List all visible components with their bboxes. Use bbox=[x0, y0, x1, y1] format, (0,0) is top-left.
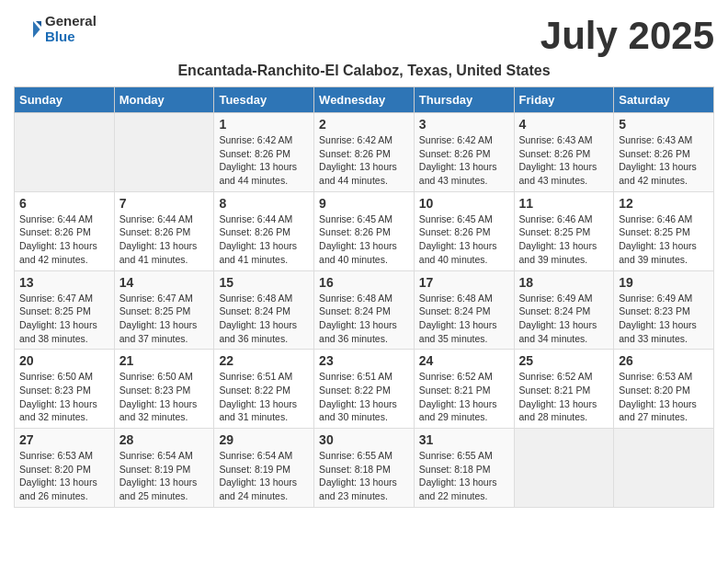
calendar-cell: 16Sunrise: 6:48 AM Sunset: 8:24 PM Dayli… bbox=[314, 270, 415, 350]
day-number: 21 bbox=[119, 353, 210, 368]
day-info: Sunrise: 6:44 AM Sunset: 8:26 PM Dayligh… bbox=[219, 213, 309, 267]
calendar-cell: 30Sunrise: 6:55 AM Sunset: 8:18 PM Dayli… bbox=[314, 429, 415, 508]
logo-icon bbox=[14, 16, 41, 43]
calendar-cell: 5Sunrise: 6:43 AM Sunset: 8:26 PM Daylig… bbox=[614, 113, 714, 192]
day-number: 20 bbox=[19, 353, 109, 368]
location-title: Encantada-Ranchito-El Calaboz, Texas, Un… bbox=[14, 63, 714, 79]
calendar-cell bbox=[514, 429, 614, 508]
day-info: Sunrise: 6:42 AM Sunset: 8:26 PM Dayligh… bbox=[419, 133, 509, 188]
day-number: 22 bbox=[219, 353, 309, 368]
day-number: 6 bbox=[19, 196, 109, 211]
calendar-cell bbox=[614, 429, 714, 508]
day-info: Sunrise: 6:50 AM Sunset: 8:23 PM Dayligh… bbox=[119, 370, 210, 424]
calendar-cell: 9Sunrise: 6:45 AM Sunset: 8:26 PM Daylig… bbox=[314, 191, 415, 270]
calendar-cell: 29Sunrise: 6:54 AM Sunset: 8:19 PM Dayli… bbox=[214, 429, 314, 508]
calendar-cell: 14Sunrise: 6:47 AM Sunset: 8:25 PM Dayli… bbox=[114, 270, 214, 350]
day-number: 4 bbox=[519, 117, 609, 132]
day-number: 19 bbox=[619, 275, 709, 290]
day-info: Sunrise: 6:51 AM Sunset: 8:22 PM Dayligh… bbox=[319, 370, 409, 424]
day-info: Sunrise: 6:43 AM Sunset: 8:26 PM Dayligh… bbox=[519, 133, 609, 188]
calendar-cell bbox=[15, 113, 115, 192]
calendar-cell: 22Sunrise: 6:51 AM Sunset: 8:22 PM Dayli… bbox=[214, 350, 314, 429]
calendar: SundayMondayTuesdayWednesdayThursdayFrid… bbox=[14, 86, 714, 508]
day-number: 31 bbox=[419, 432, 509, 447]
day-info: Sunrise: 6:45 AM Sunset: 8:26 PM Dayligh… bbox=[319, 213, 409, 267]
day-info: Sunrise: 6:52 AM Sunset: 8:21 PM Dayligh… bbox=[519, 370, 609, 424]
day-info: Sunrise: 6:52 AM Sunset: 8:21 PM Dayligh… bbox=[419, 370, 509, 424]
calendar-cell: 17Sunrise: 6:48 AM Sunset: 8:24 PM Dayli… bbox=[414, 270, 514, 350]
calendar-cell: 31Sunrise: 6:55 AM Sunset: 8:18 PM Dayli… bbox=[414, 429, 514, 508]
day-number: 17 bbox=[419, 275, 509, 290]
calendar-cell: 3Sunrise: 6:42 AM Sunset: 8:26 PM Daylig… bbox=[414, 113, 514, 192]
calendar-cell: 24Sunrise: 6:52 AM Sunset: 8:21 PM Dayli… bbox=[414, 350, 514, 429]
day-info: Sunrise: 6:43 AM Sunset: 8:26 PM Dayligh… bbox=[619, 133, 709, 188]
weekday-header-thursday: Thursday bbox=[414, 87, 514, 113]
calendar-cell: 28Sunrise: 6:54 AM Sunset: 8:19 PM Dayli… bbox=[114, 429, 214, 508]
day-number: 14 bbox=[119, 275, 210, 290]
day-number: 12 bbox=[619, 196, 709, 211]
day-info: Sunrise: 6:49 AM Sunset: 8:24 PM Dayligh… bbox=[519, 292, 609, 346]
day-number: 7 bbox=[119, 196, 210, 211]
day-number: 28 bbox=[119, 432, 210, 447]
weekday-header-tuesday: Tuesday bbox=[214, 87, 314, 113]
calendar-cell: 13Sunrise: 6:47 AM Sunset: 8:25 PM Dayli… bbox=[15, 270, 115, 350]
calendar-cell: 15Sunrise: 6:48 AM Sunset: 8:24 PM Dayli… bbox=[214, 270, 314, 350]
calendar-cell: 6Sunrise: 6:44 AM Sunset: 8:26 PM Daylig… bbox=[15, 191, 115, 270]
day-info: Sunrise: 6:46 AM Sunset: 8:25 PM Dayligh… bbox=[519, 213, 609, 267]
day-info: Sunrise: 6:44 AM Sunset: 8:26 PM Dayligh… bbox=[119, 213, 210, 267]
day-info: Sunrise: 6:46 AM Sunset: 8:25 PM Dayligh… bbox=[619, 213, 709, 267]
calendar-cell: 25Sunrise: 6:52 AM Sunset: 8:21 PM Dayli… bbox=[514, 350, 614, 429]
week-row-5: 27Sunrise: 6:53 AM Sunset: 8:20 PM Dayli… bbox=[15, 429, 714, 508]
day-info: Sunrise: 6:49 AM Sunset: 8:23 PM Dayligh… bbox=[619, 292, 709, 346]
calendar-cell: 12Sunrise: 6:46 AM Sunset: 8:25 PM Dayli… bbox=[614, 191, 714, 270]
day-info: Sunrise: 6:48 AM Sunset: 8:24 PM Dayligh… bbox=[419, 292, 509, 346]
week-row-2: 6Sunrise: 6:44 AM Sunset: 8:26 PM Daylig… bbox=[15, 191, 714, 270]
calendar-cell: 4Sunrise: 6:43 AM Sunset: 8:26 PM Daylig… bbox=[514, 113, 614, 192]
day-number: 18 bbox=[519, 275, 609, 290]
day-info: Sunrise: 6:45 AM Sunset: 8:26 PM Dayligh… bbox=[419, 213, 509, 267]
calendar-cell: 23Sunrise: 6:51 AM Sunset: 8:22 PM Dayli… bbox=[314, 350, 415, 429]
day-number: 27 bbox=[19, 432, 109, 447]
day-info: Sunrise: 6:42 AM Sunset: 8:26 PM Dayligh… bbox=[319, 133, 409, 188]
week-row-3: 13Sunrise: 6:47 AM Sunset: 8:25 PM Dayli… bbox=[15, 270, 714, 350]
week-row-1: 1Sunrise: 6:42 AM Sunset: 8:26 PM Daylig… bbox=[15, 113, 714, 192]
calendar-cell: 7Sunrise: 6:44 AM Sunset: 8:26 PM Daylig… bbox=[114, 191, 214, 270]
calendar-cell: 20Sunrise: 6:50 AM Sunset: 8:23 PM Dayli… bbox=[15, 350, 115, 429]
calendar-cell: 11Sunrise: 6:46 AM Sunset: 8:25 PM Dayli… bbox=[514, 191, 614, 270]
weekday-header-row: SundayMondayTuesdayWednesdayThursdayFrid… bbox=[15, 87, 714, 113]
weekday-header-friday: Friday bbox=[514, 87, 614, 113]
day-number: 16 bbox=[319, 275, 409, 290]
day-info: Sunrise: 6:53 AM Sunset: 8:20 PM Dayligh… bbox=[19, 449, 109, 503]
weekday-header-wednesday: Wednesday bbox=[314, 87, 415, 113]
logo-text: General Blue bbox=[45, 14, 97, 44]
calendar-cell: 1Sunrise: 6:42 AM Sunset: 8:26 PM Daylig… bbox=[214, 113, 314, 192]
day-number: 10 bbox=[419, 196, 509, 211]
calendar-cell: 21Sunrise: 6:50 AM Sunset: 8:23 PM Dayli… bbox=[114, 350, 214, 429]
week-row-4: 20Sunrise: 6:50 AM Sunset: 8:23 PM Dayli… bbox=[15, 350, 714, 429]
logo-blue: Blue bbox=[45, 29, 97, 45]
day-number: 2 bbox=[319, 117, 409, 132]
day-info: Sunrise: 6:47 AM Sunset: 8:25 PM Dayligh… bbox=[119, 292, 210, 346]
day-info: Sunrise: 6:54 AM Sunset: 8:19 PM Dayligh… bbox=[119, 449, 210, 503]
day-number: 9 bbox=[319, 196, 409, 211]
day-info: Sunrise: 6:54 AM Sunset: 8:19 PM Dayligh… bbox=[219, 449, 309, 503]
day-number: 5 bbox=[619, 117, 709, 132]
day-number: 23 bbox=[319, 353, 409, 368]
day-number: 24 bbox=[419, 353, 509, 368]
day-info: Sunrise: 6:55 AM Sunset: 8:18 PM Dayligh… bbox=[419, 449, 509, 503]
day-info: Sunrise: 6:55 AM Sunset: 8:18 PM Dayligh… bbox=[319, 449, 409, 503]
day-number: 13 bbox=[19, 275, 109, 290]
weekday-header-monday: Monday bbox=[114, 87, 214, 113]
day-number: 15 bbox=[219, 275, 309, 290]
day-info: Sunrise: 6:51 AM Sunset: 8:22 PM Dayligh… bbox=[219, 370, 309, 424]
calendar-cell: 2Sunrise: 6:42 AM Sunset: 8:26 PM Daylig… bbox=[314, 113, 415, 192]
day-info: Sunrise: 6:48 AM Sunset: 8:24 PM Dayligh… bbox=[319, 292, 409, 346]
weekday-header-saturday: Saturday bbox=[614, 87, 714, 113]
day-info: Sunrise: 6:48 AM Sunset: 8:24 PM Dayligh… bbox=[219, 292, 309, 346]
logo-general: General bbox=[45, 14, 97, 29]
page-header: General Blue July 2025 bbox=[14, 14, 714, 58]
calendar-cell: 19Sunrise: 6:49 AM Sunset: 8:23 PM Dayli… bbox=[614, 270, 714, 350]
day-number: 1 bbox=[219, 117, 309, 132]
month-title: July 2025 bbox=[540, 14, 714, 58]
calendar-cell: 26Sunrise: 6:53 AM Sunset: 8:20 PM Dayli… bbox=[614, 350, 714, 429]
